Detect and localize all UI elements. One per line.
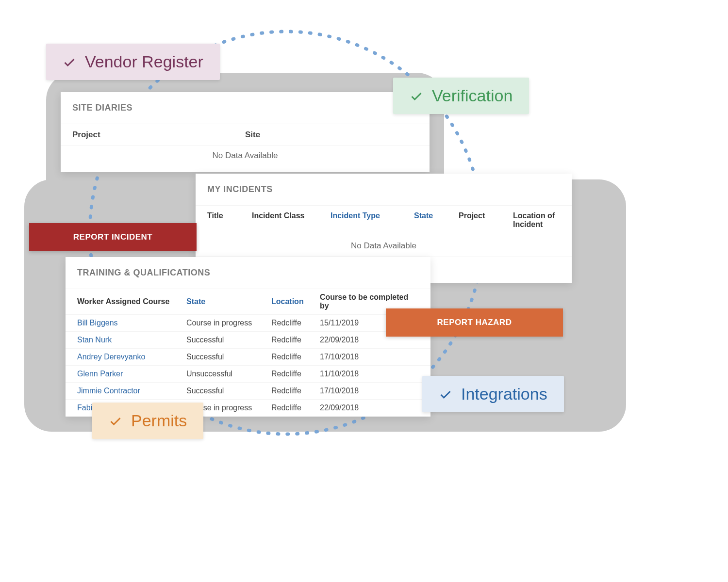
my-incidents-title: MY INCIDENTS [196,174,572,206]
check-icon [410,89,423,103]
training-state: Unsuccessful [186,370,271,378]
check-icon [439,388,452,401]
training-worker-link[interactable]: Glenn Parker [77,370,186,378]
badge-integrations: Integrations [422,376,564,412]
training-worker-link[interactable]: Stan Nurk [77,336,186,344]
mi-col-class[interactable]: Incident Class [252,211,325,229]
training-row: Andrey DerevyankoSuccessfulRedcliffe17/1… [66,349,430,366]
training-location: Redcliffe [271,387,320,395]
training-state: Successful [186,387,271,395]
training-worker-link[interactable]: Jimmie Contractor [77,387,186,395]
training-due: 11/10/2018 [320,370,419,378]
training-worker-link[interactable]: Andrey Derevyanko [77,353,186,361]
training-row: Stan NurkSuccessfulRedcliffe22/09/2018 [66,332,430,349]
site-diaries-title: SITE DIARIES [61,92,430,124]
badge-permits-label: Permits [131,411,187,430]
site-diaries-header-row: Project Site [61,124,430,146]
training-location: Redcliffe [271,336,320,344]
site-diaries-col-project[interactable]: Project [72,130,245,140]
mi-col-project[interactable]: Project [459,211,507,229]
check-icon [109,414,122,428]
training-location: Redcliffe [271,370,320,378]
site-diaries-col-site[interactable]: Site [245,130,418,140]
badge-permits: Permits [92,403,203,439]
badge-vendor-register: Vendor Register [46,44,220,80]
training-card: TRAINING & QUALIFICATIONS Worker Assigne… [66,257,430,417]
badge-verify-label: Verification [432,86,513,105]
training-header-row: Worker Assigned Course State Location Co… [66,289,430,315]
site-diaries-card: SITE DIARIES Project Site No Data Availa… [61,92,430,172]
badge-vendor-label: Vendor Register [85,52,203,71]
training-due: 17/10/2018 [320,353,419,361]
my-incidents-header-row: Title Incident Class Incident Type State… [196,206,572,235]
training-state: Course in progress [186,319,271,327]
badge-verification: Verification [393,78,529,114]
training-due: 22/09/2018 [320,336,419,344]
tr-col-state[interactable]: State [186,297,271,306]
tr-col-worker[interactable]: Worker Assigned Course [77,297,186,306]
report-hazard-button[interactable]: REPORT HAZARD [386,308,563,337]
mi-col-type[interactable]: Incident Type [331,211,408,229]
training-location: Redcliffe [271,353,320,361]
site-diaries-empty: No Data Available [61,146,430,165]
training-location: Redcliffe [271,404,320,412]
mi-col-state[interactable]: State [414,211,453,229]
check-icon [63,55,76,69]
training-state: Successful [186,336,271,344]
training-due: 17/10/2018 [320,387,419,395]
training-row: Bill BiggensCourse in progressRedcliffe1… [66,315,430,332]
training-state: Successful [186,353,271,361]
report-incident-button[interactable]: REPORT INCIDENT [29,223,197,251]
mi-col-location[interactable]: Location of Incident [513,211,560,229]
mi-col-title[interactable]: Title [207,211,246,229]
tr-col-due[interactable]: Course to be completed by [320,293,419,310]
training-location: Redcliffe [271,319,320,327]
training-row: Glenn ParkerUnsuccessfulRedcliffe11/10/2… [66,366,430,383]
tr-col-location[interactable]: Location [271,297,320,306]
training-worker-link[interactable]: Bill Biggens [77,319,186,327]
training-title: TRAINING & QUALIFICATIONS [66,257,430,289]
training-row: Jimmie ContractorSuccessfulRedcliffe17/1… [66,383,430,400]
training-due: 22/09/2018 [320,404,419,412]
badge-integrations-label: Integrations [461,385,547,404]
my-incidents-empty: No Data Available [196,235,572,257]
